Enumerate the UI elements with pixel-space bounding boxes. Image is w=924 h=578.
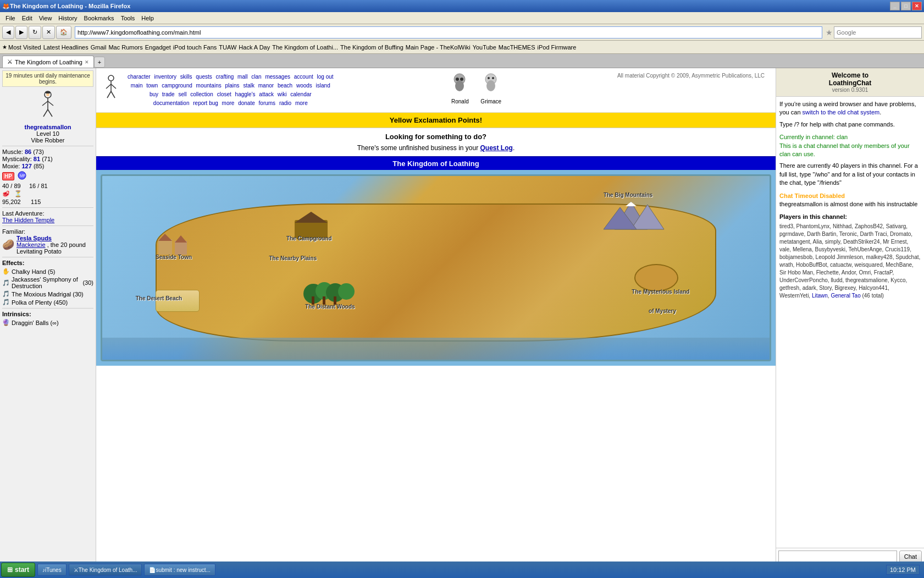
nav-stalk[interactable]: stalk [243,82,254,89]
nav-clan[interactable]: clan [251,74,261,80]
menu-bookmarks[interactable]: Bookmarks [81,14,118,23]
nav-logout[interactable]: log out [317,74,334,80]
nav-main[interactable]: main [131,82,143,89]
nav-inventory[interactable]: inventory [154,74,176,80]
nav-documentation[interactable]: documentation [153,100,190,106]
nav-attack[interactable]: attack [259,91,274,97]
tab-kol[interactable]: ⚔ The Kingdom of Loathing ✕ [2,56,94,68]
nav-closet[interactable]: closet [217,91,231,97]
bookmark-gmail[interactable]: Gmail [91,44,107,51]
nav-trade[interactable]: trade [162,91,175,97]
bookmark-kolwiki[interactable]: Main Page - TheKolWiki [406,44,471,51]
nav-donate[interactable]: donate [238,100,255,106]
bookmark-most-visited[interactable]: ★ Most Visited [2,44,41,51]
nav-beach[interactable]: beach [278,82,292,89]
nav-campground[interactable]: campground [162,82,192,89]
distant-woods-label[interactable]: The Distant Woods [305,304,355,310]
nav-forums[interactable]: forums [259,100,276,106]
nearby-plains-label[interactable]: The Nearby Plains [269,255,317,261]
last-adventure-value[interactable]: The Hidden Temple [2,217,93,223]
search-input[interactable] [834,26,922,38]
nav-mountains[interactable]: mountains [196,82,222,89]
nav-more[interactable]: more [222,100,235,106]
nav-report-bug[interactable]: report bug [193,100,218,106]
of-mystery-label[interactable]: of Mystery [649,308,676,314]
chat-text-input[interactable] [778,551,897,563]
start-button[interactable]: ⊞ start [1,563,35,577]
address-bar[interactable] [75,26,822,38]
back-button[interactable]: ◀ [2,26,14,39]
new-tab-button[interactable]: + [94,57,105,68]
taskbar: ⊞ start ♪ iTunes ⚔ The Kingdom of Loath.… [0,562,924,578]
maximize-button[interactable]: □ [901,2,911,10]
taskbar-itunes[interactable]: ♪ iTunes [37,564,67,576]
nav-plains[interactable]: plains [225,82,239,89]
menu-edit[interactable]: Edit [19,14,36,23]
nav-woods[interactable]: woods [296,82,312,89]
familiar-icon: 🥔 [2,239,14,251]
bookmark-mac-rumors[interactable]: Mac Rumors [108,44,142,51]
nav-crafting[interactable]: crafting [216,74,234,80]
familiar-companion[interactable]: Mackenzie [16,241,46,248]
bookmark-ipod-firmware[interactable]: iPod Firmware [537,44,576,51]
tab-close-button[interactable]: ✕ [85,59,89,65]
player-name[interactable]: thegreatsmallon [25,124,71,130]
nav-collection[interactable]: collection [190,91,213,97]
bookmark-engadget[interactable]: Engadget [145,44,171,51]
bookmark-ipod-touch-fans[interactable]: iPod touch Fans [173,44,217,51]
nav-more2[interactable]: more [295,100,308,106]
nav-island[interactable]: island [316,82,330,89]
nav-buy[interactable]: buy [150,91,158,97]
taskbar-kol[interactable]: ⚔ The Kingdom of Loath... [69,564,142,576]
seaside-town-label[interactable]: Seaside Town [156,254,192,260]
bookmark-macthemes[interactable]: MacTHEMES [499,44,535,51]
chat-players-section: Players in this channel: tired3, Phantom… [779,213,921,299]
menu-tools[interactable]: Tools [118,14,139,23]
nav-haggles[interactable]: haggle's [235,91,256,97]
bookmark-youtube[interactable]: YouTube [473,44,496,51]
nav-calendar[interactable]: calendar [290,91,311,97]
general-tao-link[interactable]: General Tao [831,293,860,299]
home-button[interactable]: 🏠 [56,26,71,39]
nav-wiki[interactable]: wiki [278,91,287,97]
quest-log-link[interactable]: Quest Log [480,144,513,152]
forward-button[interactable]: ▶ [15,26,27,39]
nav-sell[interactable]: sell [178,91,186,97]
old-chat-link[interactable]: switch to the old chat system [803,109,880,115]
svg-point-19 [455,80,464,91]
minimize-button[interactable]: _ [890,2,900,10]
menu-view[interactable]: View [36,14,56,23]
svg-line-14 [107,91,111,98]
nav-messages[interactable]: messages [265,74,290,80]
svg-text:MP: MP [20,174,26,178]
nav-radio[interactable]: radio [279,100,291,106]
bookmark-kol[interactable]: The Kingdom of Loathi... [272,44,338,51]
nav-quests[interactable]: quests [196,74,212,80]
bookmark-tuaw[interactable]: TUAW [219,44,236,51]
nav-skills[interactable]: skills [180,74,192,80]
menu-file[interactable]: File [2,14,19,23]
big-mountains-label[interactable]: The Big Mountains [604,192,652,198]
bookmark-kol-buffing[interactable]: The Kingdom of Buffing [340,44,403,51]
menu-history[interactable]: History [55,14,80,23]
nav-account[interactable]: account [294,74,313,80]
mysterious-island-label[interactable]: The Mysterious Island [632,289,689,295]
chat-send-button[interactable]: Chat [899,551,922,563]
nav-mall[interactable]: mall [237,74,247,80]
close-button[interactable]: ✕ [912,2,922,10]
nav-character[interactable]: character [128,74,151,80]
reload-button[interactable]: ↻ [29,26,41,39]
familiar-name[interactable]: Tesla Spuds [16,235,52,241]
nav-town[interactable]: town [146,82,158,89]
bookmark-hack-a-day[interactable]: Hack A Day [239,44,270,51]
svg-line-2 [42,101,48,106]
campground-label[interactable]: The Campground [286,235,332,241]
game-map[interactable]: The Big Mountains The Campground [101,174,771,361]
bookmark-latest-headlines[interactable]: Latest Headlines [43,44,88,51]
nav-manor[interactable]: manor [258,82,274,89]
stop-button[interactable]: ✕ [42,26,55,39]
litawn-link[interactable]: Litawn [812,293,828,299]
menu-help[interactable]: Help [138,14,157,23]
desert-beach-label[interactable]: The Desert Beach [136,295,182,301]
taskbar-submit[interactable]: 📄 submit : new instruct... [144,564,215,576]
